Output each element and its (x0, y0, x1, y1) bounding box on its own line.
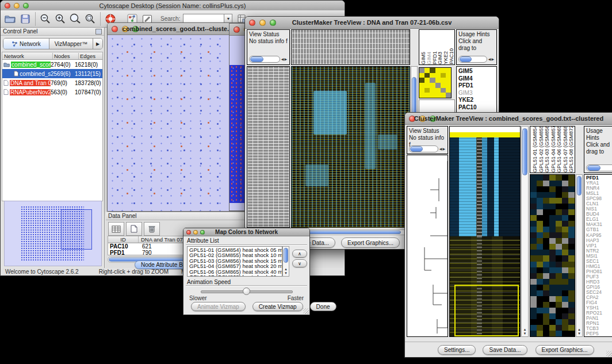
tab-network[interactable]: Network (3, 39, 49, 49)
tv2-zoom-heatmap[interactable] (530, 174, 575, 337)
network-row-selected[interactable]: combined_sco 2569(6) 13112(15) (2, 69, 102, 78)
attribute-down-button[interactable]: ∨ (292, 259, 307, 267)
zoom-in-icon[interactable] (53, 12, 68, 26)
heatmap-cell (441, 78, 446, 83)
network-canvas[interactable] (108, 35, 247, 211)
column-label[interactable]: GPL51-04 (GSM857) (550, 126, 557, 173)
column-label[interactable]: GPL51-08 (GSM872) (568, 126, 575, 173)
done-button[interactable]: Done (310, 302, 336, 311)
view-status-title: View Status (409, 128, 446, 135)
column-label[interactable]: GIM3 (437, 52, 443, 64)
close-button[interactable] (234, 26, 240, 33)
main-titlebar[interactable]: Cytoscape Desktop (Session Name: collins… (1, 1, 345, 11)
col-header-edges[interactable]: Edges (79, 53, 102, 59)
column-label[interactable]: PAC10 (449, 48, 454, 64)
attribute-list-vscrollbar[interactable]: ▲▼ (282, 246, 289, 277)
tv1-column-dendrogram[interactable] (291, 29, 410, 65)
column-label[interactable]: GPL51-02 (GSM855) (538, 126, 545, 173)
tv2-settings-button[interactable]: Settings... (438, 345, 476, 355)
scroll-arrows-icon[interactable]: ◀▶ (438, 145, 446, 152)
resize-grip[interactable] (303, 308, 309, 314)
heatmap-cell (556, 181, 562, 186)
network-row[interactable]: combined_scores 2764(0) 16218(0) (2, 60, 102, 69)
heatmap-cell (537, 262, 543, 267)
column-label[interactable]: GPL51-01 (GSM854) (532, 126, 538, 173)
data-col-id[interactable]: ID (108, 236, 139, 243)
gene-label[interactable]: GIM4 (458, 75, 496, 83)
heatmap-cell (537, 221, 543, 227)
slider-thumb[interactable] (243, 288, 250, 295)
column-label[interactable]: PFD1 (432, 51, 438, 64)
zoom-fit-icon[interactable] (68, 12, 83, 26)
scroll-arrows-icon[interactable]: ▲▼ (522, 328, 528, 336)
select-attributes-icon[interactable] (108, 222, 124, 236)
column-label[interactable]: GIM4 (426, 52, 432, 64)
usage-hints-hscrollbar[interactable] (586, 164, 612, 171)
heatmap-cell (537, 325, 543, 331)
float-panel-icon[interactable] (95, 29, 102, 35)
attribute-up-button[interactable]: ∧ (292, 250, 307, 258)
control-panel-title: Control Panel (3, 28, 38, 35)
tv2-row-dendrogram[interactable] (407, 155, 448, 337)
network-row[interactable]: RNAPuberNov2+ 563(0) 107847(0) (2, 87, 102, 97)
network-row[interactable]: DNA and Tran 07 769(0) 183728(0) (2, 78, 102, 87)
tv1-export-graphics-button[interactable]: Export Graphics... (341, 237, 400, 248)
scroll-arrows-icon[interactable]: ◀▶ (280, 56, 288, 63)
attribute-item[interactable]: GPL51-07 (GSM868) heat shock 60 min (189, 274, 282, 277)
view-status-hscrollbar[interactable] (249, 56, 280, 63)
col-header-nodes[interactable]: Nodes (53, 53, 79, 59)
animation-speed-slider[interactable] (201, 290, 293, 293)
heatmap-selection-rect[interactable] (454, 285, 519, 336)
tv2-export-graphics-button[interactable]: Export Graphics... (536, 345, 594, 355)
delete-attribute-icon[interactable] (144, 222, 160, 236)
resize-grip[interactable] (606, 351, 612, 357)
tv1-heatmap[interactable] (291, 66, 410, 228)
tv2-vscrollbar[interactable]: ▲▼ (521, 126, 529, 337)
scroll-arrows-icon[interactable]: ▲▼ (283, 267, 289, 275)
animate-vizmap-button[interactable]: Animate Vizmap (191, 302, 246, 311)
column-label[interactable]: GIM5 (420, 52, 426, 64)
save-icon[interactable] (18, 12, 33, 26)
tv1-row-dendrogram[interactable] (247, 66, 290, 228)
gene-label[interactable]: PFD1 (458, 82, 496, 90)
heatmap-cell (549, 313, 556, 319)
usage-hints-hscrollbar[interactable] (458, 56, 487, 63)
heatmap-cell (530, 290, 537, 296)
column-label[interactable]: GPL51-03 (GSM856) (544, 126, 550, 173)
overview-viewport-rect[interactable] (61, 209, 92, 250)
tab-vizmapper[interactable]: VizMapper™ (49, 39, 93, 49)
gene-label[interactable]: MON2 (586, 336, 612, 337)
column-label[interactable]: GPL51-07 (GSM868) (563, 126, 569, 173)
network-overview[interactable] (4, 201, 102, 266)
new-attribute-icon[interactable] (126, 222, 142, 236)
heatmap-cell (562, 325, 568, 331)
gene-label[interactable]: PAC10 (458, 104, 496, 112)
heatmap-cell (543, 238, 549, 244)
gene-label[interactable]: GIM3 (458, 90, 496, 97)
tab-overflow-arrow[interactable]: ▶ (93, 39, 102, 49)
tv1-column-labels: GIM5GIM4PFD1GIM3YKE2PAC10 (419, 29, 455, 65)
tv2-heatmap[interactable] (449, 126, 521, 337)
heatmap-cell (556, 221, 562, 227)
tv2-save-data-button[interactable]: Save Data... (483, 345, 527, 355)
status-welcome: Welcome to Cytoscape 2.6.2 (5, 269, 79, 275)
attribute-list-label: Attribute List (183, 236, 309, 244)
scroll-arrows-icon[interactable]: ◀▶ (487, 56, 495, 63)
scroll-arrows-icon[interactable]: ▲▼ (576, 328, 582, 336)
open-file-icon[interactable] (3, 12, 18, 26)
tv1-selection-matrix[interactable] (419, 67, 452, 98)
col-header-network[interactable]: Network (2, 53, 53, 59)
column-label[interactable]: GPL51-06 (GSM865) (556, 126, 563, 173)
tv2-zoom-vscrollbar[interactable]: ▲▼ (576, 174, 583, 337)
tv1-usage-hints: Usage Hints Click and drag to ◀▶ (456, 29, 497, 65)
view-status-hscrollbar[interactable] (409, 145, 438, 152)
zoom-out-icon[interactable] (38, 12, 53, 26)
create-vizmap-button[interactable]: Create Vizmap (253, 302, 303, 311)
zoom-selected-icon[interactable] (83, 12, 98, 26)
network-table: Network Nodes Edges combined_scores 2764… (2, 52, 103, 201)
gene-label[interactable]: YKE2 (458, 97, 496, 104)
column-label[interactable]: YKE2 (443, 51, 449, 64)
heatmap-cell (549, 250, 556, 255)
heatmap-cell (568, 267, 575, 273)
gene-label[interactable]: GIM5 (458, 68, 496, 75)
